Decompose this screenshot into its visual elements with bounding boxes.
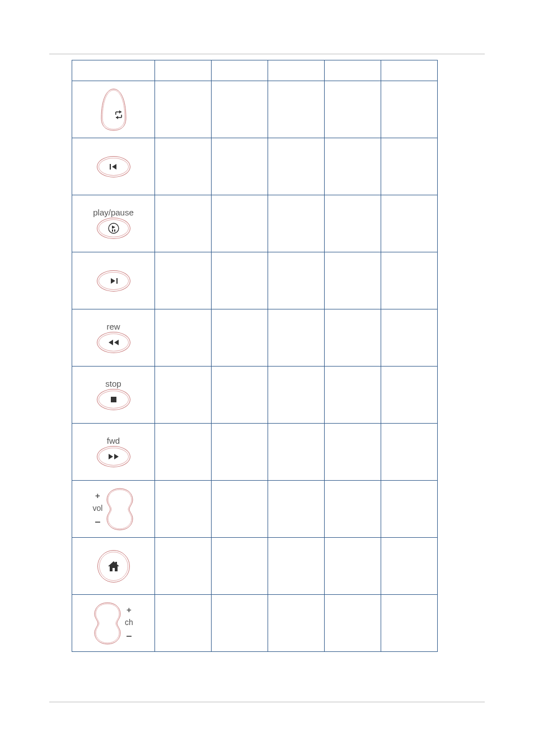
empty-cell <box>212 81 268 138</box>
svg-point-3 <box>109 223 119 233</box>
oval-button <box>97 270 130 292</box>
header-cell <box>72 60 155 81</box>
plus-icon: + <box>127 605 132 614</box>
table-row <box>72 252 438 309</box>
table-row: play/pause <box>72 195 438 252</box>
ch-labels: + ch – <box>125 605 133 641</box>
table-row: fwd <box>72 424 438 481</box>
oval-button <box>97 446 130 467</box>
vol-blob <box>106 487 134 531</box>
empty-cell <box>325 81 381 138</box>
table-row: rew <box>72 309 438 367</box>
table-row: + vol – <box>72 481 438 538</box>
empty-cell <box>212 538 268 595</box>
key-cell-stop: stop <box>72 367 155 424</box>
vol-label: vol <box>93 504 103 512</box>
channel-button: + ch – <box>72 596 154 651</box>
stop-label: stop <box>105 379 121 388</box>
svg-rect-7 <box>111 397 116 402</box>
empty-cell <box>381 595 438 652</box>
empty-cell <box>212 481 268 538</box>
header-cell <box>325 60 381 81</box>
empty-cell <box>325 367 381 424</box>
rew-label: rew <box>106 322 120 331</box>
empty-cell <box>381 252 438 309</box>
empty-cell <box>325 595 381 652</box>
empty-cell <box>212 367 268 424</box>
empty-cell <box>381 424 438 481</box>
home-button <box>72 539 154 594</box>
empty-cell <box>268 595 325 652</box>
remote-functions-table: play/pause <box>72 60 438 652</box>
key-cell-fwd: fwd <box>72 424 155 481</box>
stop-icon <box>110 396 118 403</box>
minus-icon: – <box>95 516 100 527</box>
header-cell <box>381 60 438 81</box>
stop-button: stop <box>72 368 154 422</box>
empty-cell <box>155 595 212 652</box>
key-cell-home <box>72 538 155 595</box>
empty-cell <box>325 195 381 252</box>
empty-cell <box>381 195 438 252</box>
empty-cell <box>155 81 212 138</box>
empty-cell <box>268 195 325 252</box>
empty-cell <box>268 138 325 195</box>
empty-cell <box>381 138 438 195</box>
key-cell-ch: + ch – <box>72 595 155 652</box>
key-cell-rew: rew <box>72 309 155 367</box>
switch-blob <box>99 88 128 132</box>
header-cell <box>268 60 325 81</box>
empty-cell <box>381 81 438 138</box>
fast-fwd-button: fwd <box>72 425 154 480</box>
empty-cell <box>155 309 212 367</box>
empty-cell <box>268 367 325 424</box>
empty-cell <box>268 424 325 481</box>
empty-cell <box>325 481 381 538</box>
skip-fwd-icon <box>109 277 119 285</box>
skip-back-button <box>72 139 154 194</box>
empty-cell <box>155 481 212 538</box>
table-row: stop <box>72 367 438 424</box>
volume-button: + vol – <box>72 482 154 537</box>
table-header-row <box>72 60 438 81</box>
minus-icon: – <box>126 631 132 641</box>
top-rule <box>49 54 485 54</box>
rewind-button: rew <box>72 311 154 365</box>
empty-cell <box>268 481 325 538</box>
table-row <box>72 538 438 595</box>
play-pause-button: play/pause <box>72 196 154 251</box>
empty-cell <box>325 252 381 309</box>
fast-fwd-icon <box>107 453 120 461</box>
svg-rect-5 <box>114 229 115 232</box>
empty-cell <box>155 424 212 481</box>
key-cell-skip-back <box>72 138 155 195</box>
key-cell-skip-fwd <box>72 252 155 309</box>
empty-cell <box>155 138 212 195</box>
empty-cell <box>381 538 438 595</box>
empty-cell <box>381 367 438 424</box>
empty-cell <box>325 138 381 195</box>
key-cell-play-pause: play/pause <box>72 195 155 252</box>
header-cell <box>155 60 212 81</box>
empty-cell <box>268 252 325 309</box>
round-button <box>97 550 130 583</box>
rewind-icon <box>107 339 120 346</box>
fwd-label: fwd <box>107 436 120 445</box>
empty-cell <box>325 538 381 595</box>
oval-button <box>97 332 130 353</box>
header-cell <box>212 60 268 81</box>
empty-cell <box>212 309 268 367</box>
svg-rect-4 <box>112 229 113 232</box>
vol-labels: + vol – <box>93 491 103 527</box>
svg-rect-2 <box>110 164 111 170</box>
empty-cell <box>268 309 325 367</box>
empty-cell <box>268 81 325 138</box>
skip-fwd-button <box>72 253 154 308</box>
oval-button <box>97 156 130 177</box>
empty-cell <box>212 595 268 652</box>
empty-cell <box>155 195 212 252</box>
empty-cell <box>381 309 438 367</box>
ch-label: ch <box>125 618 133 626</box>
empty-cell <box>155 538 212 595</box>
plus-icon: + <box>95 491 100 500</box>
